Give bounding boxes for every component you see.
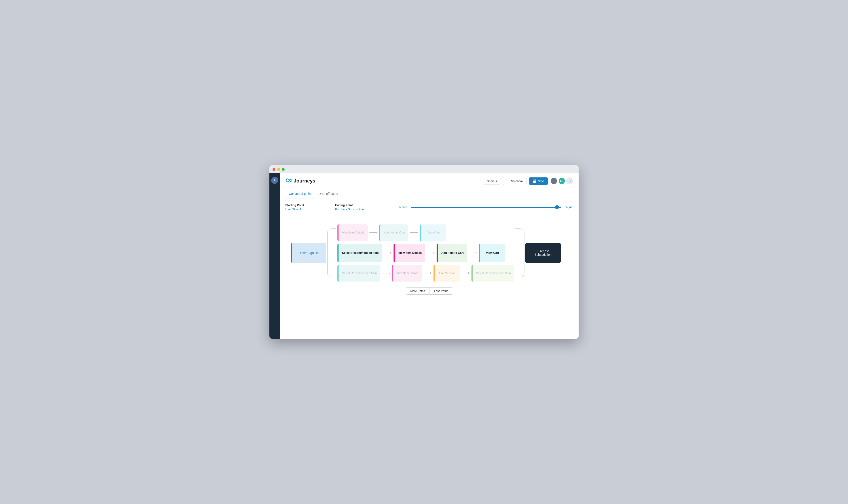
path-row-3: Select Recommended Item View Item Detail… [338, 265, 514, 282]
connector-1-1 [368, 232, 379, 234]
node-select-recommended-3b[interactable]: Select Recommended Item [471, 265, 514, 282]
arrow-right-icon: — [317, 206, 322, 211]
node-label: Select Recommended Item [342, 271, 377, 275]
more-paths-button[interactable]: More Paths [406, 287, 430, 294]
node-label: View Item Details [398, 251, 421, 255]
notebook-button[interactable]: ⊕ Notebook [503, 177, 527, 185]
node-view-cart-1[interactable]: View Cart [420, 224, 446, 241]
sidebar-avatar[interactable]: A [271, 177, 278, 184]
tab-drop-off-paths[interactable]: Drop off paths [315, 189, 342, 199]
connector-2-3 [467, 252, 479, 254]
avatar-plus-label: +5 [568, 180, 571, 182]
node-add-item-1[interactable]: Add Item to Cart [379, 224, 408, 241]
share-button[interactable]: Share ▾ [484, 178, 501, 184]
journeys-icon [285, 178, 292, 184]
paths-group: View Item Details Add Item to Cart [338, 224, 514, 282]
node-label: Select Recommended Item [342, 251, 379, 255]
tabs-bar: Converted paths Drop off paths [280, 189, 578, 199]
node-add-item-2[interactable]: Add Item to Cart [437, 244, 467, 263]
less-paths-label: Less Paths [434, 289, 448, 293]
close-dot[interactable] [273, 168, 275, 171]
titlebar [270, 165, 578, 173]
path-row-1: View Item Details Add Item to Cart [338, 224, 514, 241]
connector-3-3 [460, 272, 471, 274]
tab-converted-paths[interactable]: Converted paths [285, 189, 315, 199]
connector-1-2 [408, 232, 420, 234]
bottom-buttons: More Paths Less Paths [289, 284, 570, 298]
path-row-2: Select Recommended Item View Item Detail… [338, 244, 514, 263]
connector-2-2 [425, 252, 437, 254]
plus-circle-icon: ⊕ [506, 179, 510, 183]
node-label: Add Item to Cart [384, 231, 405, 235]
sidebar-avatar-label: A [274, 179, 276, 182]
header-actions: Share ▾ ⊕ Notebook 💾 Save LB [484, 177, 573, 185]
noise-label: Noise [399, 205, 407, 209]
slider-thumb[interactable] [555, 205, 559, 209]
starting-point-section: Starting Point User Sign Up [285, 203, 304, 211]
fullscreen-dot[interactable] [282, 168, 285, 171]
save-button[interactable]: 💾 Save [529, 177, 548, 185]
starting-point-value[interactable]: User Sign Up [285, 208, 304, 211]
header: Journeys Share ▾ ⊕ Notebook 💾 Save [280, 173, 578, 189]
end-node[interactable]: Purchase Subscription [525, 243, 561, 263]
notebook-label: Notebook [511, 179, 523, 183]
node-view-item-details-2[interactable]: View Item Details [394, 244, 425, 263]
logo-text: Journeys [294, 178, 315, 184]
node-view-item-details-1[interactable]: View Item Details [338, 224, 368, 241]
sidebar: A [270, 173, 280, 339]
avatar-lb: LB [558, 177, 565, 184]
node-select-recommended-3[interactable]: Select Recommended Item [338, 265, 380, 282]
share-label: Share [487, 179, 495, 183]
node-end-session-3[interactable]: End Session [433, 265, 460, 282]
more-paths-label: More Paths [410, 289, 425, 293]
signal-label: Signal [565, 205, 573, 209]
ending-point-value[interactable]: Purchase Subscription [335, 208, 364, 211]
config-divider [377, 203, 377, 212]
node-label: End Session [439, 271, 455, 275]
connector-3-1 [380, 272, 392, 274]
chevron-down-icon: ▾ [496, 179, 498, 183]
node-label: Add Item to Cart [441, 251, 464, 255]
avatar-initials: LB [560, 180, 564, 182]
node-label: View Item Details [342, 231, 364, 235]
avatar-plus-count[interactable]: +5 [566, 177, 573, 184]
config-bar: Starting Point User Sign Up — Ending Poi… [280, 199, 578, 215]
ending-point-section: Ending Point Purchase Subscription [335, 203, 364, 211]
start-node-label: User Sign Up [300, 251, 318, 255]
node-label: View Item Details [396, 271, 418, 275]
node-label: View Cart [486, 251, 499, 255]
avatar-group: LB +5 [550, 177, 573, 184]
connector-3-2 [422, 272, 433, 274]
start-node[interactable]: User Sign Up [291, 243, 326, 263]
noise-signal-slider[interactable] [411, 207, 561, 208]
logo-area: Journeys [285, 178, 315, 184]
avatar-photo [550, 177, 557, 184]
minimize-dot[interactable] [277, 168, 280, 171]
node-select-recommended-2[interactable]: Select Recommended Item [338, 244, 382, 263]
noise-signal-area: Noise Signal [391, 205, 573, 209]
ending-point-label: Ending Point [335, 203, 364, 207]
connector-2-1 [382, 252, 394, 254]
node-view-item-details-3[interactable]: View Item Details [392, 265, 422, 282]
save-icon: 💾 [532, 179, 537, 183]
node-label: Select Recommended Item [476, 271, 511, 275]
main-content: Journeys Share ▾ ⊕ Notebook 💾 Save [280, 173, 578, 339]
less-paths-button[interactable]: Less Paths [430, 287, 453, 294]
node-view-cart-2[interactable]: View Cart [479, 244, 505, 263]
app-body: A Journeys Share [270, 173, 578, 339]
node-label: View Cart [427, 231, 440, 235]
app-window: A Journeys Share [270, 165, 578, 339]
save-label: Save [538, 179, 544, 183]
end-node-label: Purchase Subscription [529, 249, 557, 256]
starting-point-label: Starting Point [285, 203, 304, 207]
diagram-area: User Sign Up [280, 215, 578, 339]
